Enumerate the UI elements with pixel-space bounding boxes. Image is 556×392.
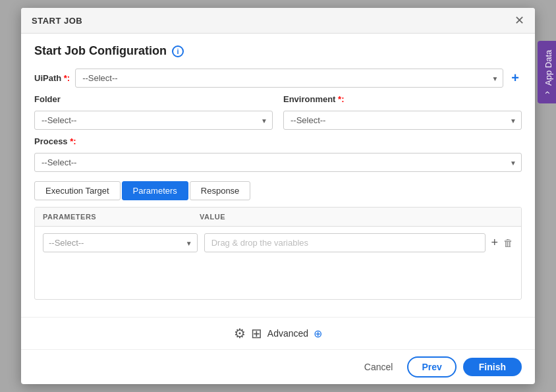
start-job-modal: ‹ App Data START JOB ✕ Start Job Configu… [21, 8, 535, 384]
close-button[interactable]: ✕ [514, 14, 524, 26]
params-select-wrapper: --Select-- ▼ [43, 233, 198, 252]
value-input[interactable] [204, 233, 486, 252]
environment-select[interactable]: --Select-- [283, 111, 522, 130]
folder-select-wrapper: --Select-- ▼ [34, 111, 273, 130]
advanced-plus-icon[interactable]: ⊕ [314, 327, 322, 340]
tab-parameters[interactable]: Parameters [122, 181, 188, 200]
params-table-row: --Select-- ▼ + 🗑 [35, 227, 521, 299]
value-col-header: VALUE [200, 213, 513, 221]
environment-col: Environment *: --Select-- ▼ [283, 94, 522, 130]
folder-label: Folder [34, 94, 61, 104]
uipath-required: *: [61, 73, 70, 83]
params-table-header: PARAMETERS VALUE [35, 208, 521, 227]
process-select[interactable]: --Select-- [34, 153, 522, 172]
app-data-label: App Data [543, 50, 553, 86]
folder-row: Folder [34, 94, 273, 104]
advanced-label: Advanced [267, 328, 308, 339]
app-data-arrow-icon: ‹ [543, 91, 553, 94]
value-input-wrap: + 🗑 [204, 233, 513, 252]
finish-button[interactable]: Finish [463, 358, 522, 376]
uipath-select-wrapper: --Select-- ▼ [75, 69, 503, 88]
params-table: PARAMETERS VALUE --Select-- ▼ + 🗑 [34, 207, 522, 300]
params-select[interactable]: --Select-- [43, 233, 198, 252]
folder-select[interactable]: --Select-- [34, 111, 273, 130]
advanced-row: ⚙ ⊞ Advanced ⊕ [234, 325, 322, 341]
section-title-text: Start Job Configuration [34, 44, 167, 58]
process-label: Process *: [34, 136, 76, 146]
cancel-button[interactable]: Cancel [356, 358, 401, 376]
modal-header-title: START JOB [32, 16, 82, 26]
uipath-add-button[interactable]: + [509, 70, 522, 86]
modal-body: Start Job Configuration i UiPath *: --Se… [21, 34, 535, 317]
uipath-label: UiPath *: [34, 73, 70, 83]
uipath-row: UiPath *: --Select-- ▼ + [34, 69, 522, 88]
process-select-wrapper: --Select-- ▼ [34, 153, 522, 172]
info-icon[interactable]: i [172, 45, 184, 57]
environment-label: Environment *: [283, 94, 344, 104]
tab-response[interactable]: Response [190, 181, 251, 200]
app-data-tab[interactable]: ‹ App Data [538, 41, 556, 103]
gear-icon-button[interactable]: ⚙ [234, 325, 246, 341]
layout-icon-button[interactable]: ⊞ [251, 325, 262, 341]
add-param-button[interactable]: + [491, 236, 498, 250]
folder-col: Folder --Select-- ▼ [34, 94, 273, 130]
modal-actions: Cancel Prev Finish [21, 349, 535, 384]
advanced-footer: ⚙ ⊞ Advanced ⊕ [21, 317, 535, 349]
environment-row: Environment *: [283, 94, 522, 104]
section-title-row: Start Job Configuration i [34, 44, 522, 58]
folder-environment-row: Folder --Select-- ▼ Environment *: [34, 94, 522, 130]
modal-header: START JOB ✕ [21, 8, 535, 34]
prev-button[interactable]: Prev [407, 356, 456, 378]
delete-param-button[interactable]: 🗑 [503, 237, 513, 248]
tab-execution-target[interactable]: Execution Target [34, 181, 121, 200]
uipath-select[interactable]: --Select-- [75, 69, 503, 88]
environment-select-wrapper: --Select-- ▼ [283, 111, 522, 130]
process-row: Process *: [34, 136, 522, 146]
params-col-header: PARAMETERS [43, 213, 200, 221]
tabs-row: Execution Target Parameters Response [34, 181, 522, 200]
